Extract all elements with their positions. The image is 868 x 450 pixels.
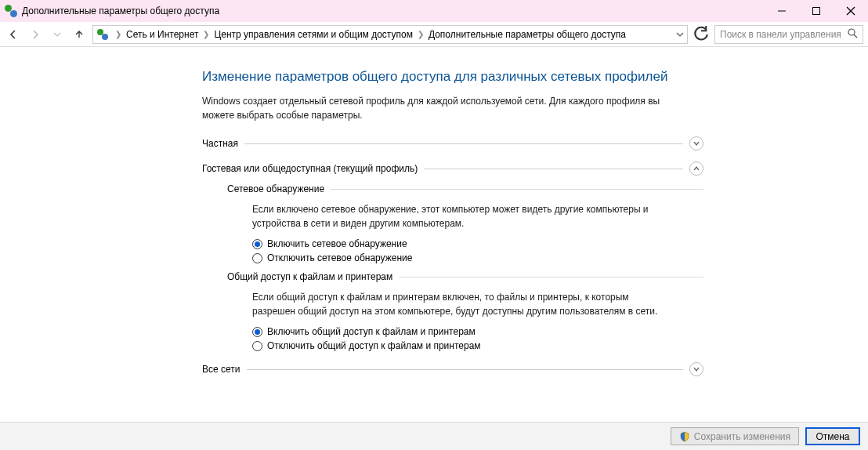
maximize-button[interactable] [799, 0, 834, 22]
section-all-networks: Все сети [202, 362, 703, 376]
search-placeholder: Поиск в панели управления [720, 29, 841, 40]
search-input[interactable]: Поиск в панели управления [714, 25, 863, 44]
breadcrumb-item[interactable]: Центр управления сетями и общим доступом [214, 29, 413, 40]
up-button[interactable] [71, 26, 88, 43]
back-button[interactable] [5, 26, 22, 43]
divider [331, 189, 703, 190]
radio-discovery-off[interactable]: Отключить сетевое обнаружение [252, 252, 703, 263]
radio-icon [252, 253, 262, 263]
group-network-discovery: Сетевое обнаружение Если включено сетево… [227, 183, 703, 263]
chevron-down-icon[interactable] [689, 362, 703, 376]
chevron-right-icon: ❯ [414, 30, 427, 38]
breadcrumb-item[interactable]: Дополнительные параметры общего доступа [429, 29, 626, 40]
recent-dropdown-icon[interactable] [49, 26, 66, 43]
refresh-button[interactable] [693, 26, 710, 43]
radio-icon [252, 341, 262, 351]
forward-button[interactable] [27, 26, 44, 43]
section-title: Частная [202, 138, 238, 149]
section-header-private[interactable]: Частная [202, 136, 703, 151]
radio-discovery-on[interactable]: Включить сетевое обнаружение [252, 238, 703, 249]
divider [424, 169, 683, 169]
shield-icon [679, 431, 690, 442]
divider [244, 143, 683, 144]
save-label: Сохранить изменения [694, 431, 790, 442]
breadcrumb[interactable]: ❯ Сеть и Интернет ❯ Центр управления сет… [92, 25, 688, 44]
minimize-button[interactable] [765, 0, 799, 22]
window-title: Дополнительные параметры общего доступа [22, 5, 219, 16]
page-description: Windows создает отдельный сетевой профил… [202, 94, 672, 122]
svg-point-4 [848, 29, 855, 35]
section-title: Все сети [202, 364, 241, 375]
search-icon [848, 28, 858, 41]
radio-label: Включить сетевое обнаружение [267, 238, 407, 249]
radio-icon [252, 239, 262, 249]
group-title-text: Общий доступ к файлам и принтерам [227, 271, 392, 282]
chevron-right-icon: ❯ [200, 30, 212, 38]
section-header-guest[interactable]: Гостевая или общедоступная (текущий проф… [202, 161, 703, 176]
group-title: Сетевое обнаружение [227, 183, 703, 194]
navbar: ❯ Сеть и Интернет ❯ Центр управления сет… [0, 22, 868, 47]
chevron-up-icon[interactable] [689, 161, 703, 176]
divider [399, 277, 703, 278]
svg-line-5 [854, 34, 857, 38]
divider [247, 369, 684, 370]
radio-sharing-off[interactable]: Отключить общий доступ к файлам и принте… [252, 340, 703, 351]
close-button[interactable] [834, 0, 868, 22]
section-title: Гостевая или общедоступная (текущий проф… [202, 163, 418, 174]
control-panel-icon [96, 28, 109, 41]
group-title: Общий доступ к файлам и принтерам [227, 271, 703, 282]
svg-rect-1 [813, 8, 820, 15]
footer: Сохранить изменения Отмена [0, 422, 868, 450]
cancel-button[interactable]: Отмена [805, 427, 860, 445]
section-header-all[interactable]: Все сети [202, 362, 703, 376]
app-icon [5, 5, 17, 17]
section-guest: Гостевая или общедоступная (текущий проф… [202, 161, 703, 351]
chevron-down-icon[interactable] [676, 31, 684, 38]
chevron-down-icon[interactable] [689, 136, 703, 151]
titlebar: Дополнительные параметры общего доступа [0, 0, 868, 22]
radio-label: Отключить сетевое обнаружение [267, 252, 412, 263]
save-button[interactable]: Сохранить изменения [671, 427, 799, 445]
radio-label: Включить общий доступ к файлам и принтер… [267, 326, 476, 337]
radio-label: Отключить общий доступ к файлам и принте… [267, 340, 481, 351]
page-title: Изменение параметров общего доступа для … [202, 69, 703, 85]
cancel-label: Отмена [816, 431, 849, 442]
group-description: Если включено сетевое обнаружение, этот … [252, 202, 660, 230]
group-title-text: Сетевое обнаружение [227, 183, 324, 194]
radio-icon [252, 327, 262, 337]
breadcrumb-item[interactable]: Сеть и Интернет [126, 29, 198, 40]
group-file-printer-sharing: Общий доступ к файлам и принтерам Если о… [227, 271, 703, 351]
chevron-right-icon: ❯ [112, 30, 125, 38]
group-description: Если общий доступ к файлам и принтерам в… [252, 290, 660, 318]
section-private: Частная [202, 136, 703, 151]
radio-sharing-on[interactable]: Включить общий доступ к файлам и принтер… [252, 326, 703, 337]
content-area: Изменение параметров общего доступа для … [0, 47, 868, 422]
